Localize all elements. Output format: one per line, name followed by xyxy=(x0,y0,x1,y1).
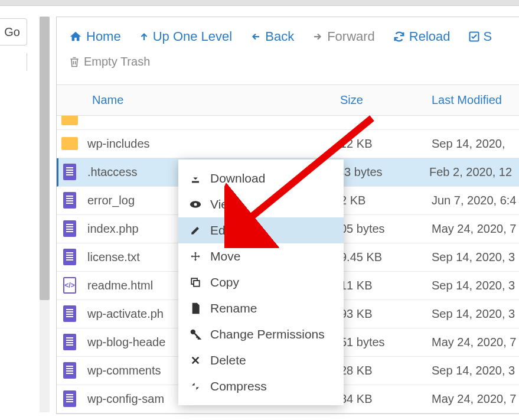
empty-trash-button: Empty Trash xyxy=(68,55,150,69)
key-icon xyxy=(190,328,201,340)
col-name-header[interactable]: Name xyxy=(57,85,334,115)
menu-delete-label: Delete xyxy=(210,353,246,367)
file-modified: Feb 2, 2020, 12 xyxy=(427,165,519,179)
folder-icon xyxy=(61,116,78,126)
file-name: wp-activate.ph xyxy=(87,307,164,321)
table-row[interactable]: wp-content 1 KB Oct 1, 2020, 1 xyxy=(57,116,519,130)
file-modified: May 24, 2020, 7 xyxy=(426,336,519,349)
menu-compress-label: Compress xyxy=(210,379,267,393)
trash-icon xyxy=(68,56,80,69)
menu-download-label: Download xyxy=(210,171,265,185)
menu-view-label: View xyxy=(210,197,237,211)
compress-icon xyxy=(190,381,201,392)
file-size: 12 KB xyxy=(334,137,426,151)
file-modified: Sep 14, 2020, 3 xyxy=(426,307,519,321)
copy-icon xyxy=(190,277,201,288)
back-label: Back xyxy=(265,29,294,44)
context-menu: Download View Edit Move Copy Rename Chan… xyxy=(178,159,344,405)
doc-file-icon xyxy=(63,249,76,265)
select-icon xyxy=(468,31,480,43)
menu-edit-label: Edit xyxy=(210,223,231,237)
go-button[interactable]: Go xyxy=(0,18,27,45)
menu-move[interactable]: Move xyxy=(178,243,344,269)
left-scrollbar[interactable] xyxy=(40,17,50,412)
file-name: wp-blog-heade xyxy=(87,336,165,349)
file-modified: Sep 14, 2020, 3 xyxy=(426,250,519,264)
up-level-button[interactable]: Up One Level xyxy=(139,29,233,44)
scrollbar-thumb[interactable] xyxy=(40,17,50,300)
menu-view[interactable]: View xyxy=(178,191,344,217)
file-size: 2 KB xyxy=(334,194,426,207)
file-icon xyxy=(191,302,200,314)
file-size: 9.45 KB xyxy=(334,250,426,264)
menu-rename-label: Rename xyxy=(210,301,257,315)
col-modified-header[interactable]: Last Modified xyxy=(426,85,519,115)
svg-point-2 xyxy=(194,203,197,206)
file-name: wp-comments xyxy=(87,364,161,377)
doc-file-icon xyxy=(63,164,76,180)
table-header: Name Size Last Modified xyxy=(57,84,519,116)
menu-delete[interactable]: Delete xyxy=(178,347,344,373)
select-button[interactable]: S xyxy=(468,29,492,44)
forward-button: Forward xyxy=(312,29,375,44)
back-button[interactable]: Back xyxy=(250,29,294,44)
file-name: error_log xyxy=(87,194,135,207)
file-size: 84 KB xyxy=(334,392,426,406)
doc-file-icon xyxy=(63,192,76,209)
file-name: .htaccess xyxy=(87,165,137,179)
file-size: 93 KB xyxy=(334,307,426,321)
svg-rect-4 xyxy=(194,281,200,286)
file-size: 05 bytes xyxy=(334,222,426,236)
file-name: wp-includes xyxy=(87,137,150,151)
eye-icon xyxy=(190,200,201,209)
menu-permissions-label: Change Permissions xyxy=(210,327,325,341)
reload-icon xyxy=(393,30,406,43)
col-size-header[interactable]: Size xyxy=(334,85,426,115)
folder-icon xyxy=(61,137,78,150)
file-size: 11 KB xyxy=(334,279,426,292)
file-modified: Sep 14, 2020, 3 xyxy=(426,279,519,292)
select-label: S xyxy=(484,29,492,44)
menu-copy[interactable]: Copy xyxy=(178,269,344,295)
doc-file-icon xyxy=(63,390,76,407)
home-label: Home xyxy=(86,29,121,44)
move-icon xyxy=(190,251,201,262)
file-modified: Jun 7, 2020, 6:4 xyxy=(426,194,519,207)
pencil-icon xyxy=(190,225,201,236)
file-name: license.txt xyxy=(87,250,140,264)
empty-trash-label: Empty Trash xyxy=(84,55,150,69)
file-size: 28 KB xyxy=(334,364,426,377)
home-icon xyxy=(68,30,83,43)
file-modified: Sep 14, 2020, 3 xyxy=(426,364,519,377)
menu-copy-label: Copy xyxy=(210,275,239,289)
delete-icon xyxy=(191,356,200,365)
doc-file-icon xyxy=(63,362,76,379)
forward-label: Forward xyxy=(327,29,375,44)
file-size: 43 bytes xyxy=(336,165,427,179)
file-modified: Sep 14, 2020, xyxy=(426,137,519,151)
table-row[interactable]: wp-includes12 KBSep 14, 2020, xyxy=(57,130,519,158)
reload-label: Reload xyxy=(409,29,451,44)
menu-download[interactable]: Download xyxy=(178,165,344,191)
menu-rename[interactable]: Rename xyxy=(178,295,344,321)
up-icon xyxy=(139,30,149,43)
doc-file-icon xyxy=(63,305,76,322)
doc-file-icon xyxy=(63,334,76,350)
home-button[interactable]: Home xyxy=(68,29,121,44)
menu-permissions[interactable]: Change Permissions xyxy=(178,321,344,347)
menu-move-label: Move xyxy=(210,249,240,263)
file-modified: May 24, 2020, 7 xyxy=(426,392,519,406)
file-size: 51 bytes xyxy=(334,336,426,349)
menu-edit[interactable]: Edit xyxy=(178,217,344,243)
forward-icon xyxy=(312,31,324,42)
back-icon xyxy=(250,31,262,42)
download-icon xyxy=(190,173,201,184)
file-name: index.php xyxy=(87,222,139,236)
file-name: wp-config-sam xyxy=(87,392,164,406)
code-file-icon: </> xyxy=(63,277,76,294)
up-label: Up One Level xyxy=(153,29,233,44)
file-modified: May 24, 2020, 7 xyxy=(426,222,519,236)
menu-compress[interactable]: Compress xyxy=(178,373,344,399)
reload-button[interactable]: Reload xyxy=(393,29,451,44)
doc-file-icon xyxy=(63,220,76,237)
